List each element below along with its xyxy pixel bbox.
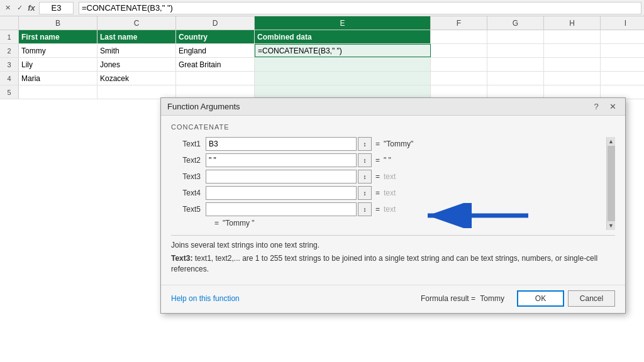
dialog-title: Function Arguments [167,102,240,111]
dialog-content: Text1 ↕ = "Tommy" Text2 ↕ = " " Text3 [171,137,615,230]
cell-d3[interactable]: Great Britain [176,58,255,71]
cell-g2[interactable] [487,44,544,57]
cell-e4[interactable] [255,72,431,85]
col-header-e[interactable]: E [255,16,431,30]
col-header-d[interactable]: D [176,16,255,30]
cell-f3[interactable] [431,58,487,71]
arg-expand-text4[interactable]: ↕ [358,186,372,200]
grid-row-2: 2 Tommy Smith England =CONCATENATE(B3," … [0,44,644,58]
cancel-button[interactable]: Cancel [568,290,615,307]
row-header-1: 1 [0,30,19,43]
cell-g5[interactable] [487,85,544,99]
col-header-g[interactable]: G [487,16,544,30]
cell-h4[interactable] [544,72,601,85]
fx-icon[interactable]: fx [26,3,36,13]
grid-row-3: 3 Lily Jones Great Britain [0,58,644,72]
ok-button[interactable]: OK [517,290,564,307]
cell-e2[interactable]: =CONCATENATE(B3," ") [255,44,431,57]
arg-expand-text5[interactable]: ↕ [358,202,372,216]
dialog-titlebar: Function Arguments ? ✕ [161,98,625,116]
cell-f4[interactable] [431,72,487,85]
dialog-separator [171,235,615,236]
cell-i2[interactable] [601,44,644,57]
cell-g1[interactable] [487,30,544,43]
arg-input-text3[interactable] [206,170,357,184]
cell-c1[interactable]: Last name [97,30,176,43]
column-headers: B C D E F G H I [0,16,644,30]
function-arguments-dialog: Function Arguments ? ✕ CONCATENATE Text1… [160,97,626,314]
result-eq: = [214,219,219,228]
row-header-2: 2 [0,44,19,57]
cell-c5[interactable] [97,85,176,99]
cell-e3[interactable] [255,58,431,71]
arg-expand-text1[interactable]: ↕ [358,137,372,151]
col-header-h[interactable]: H [544,16,601,30]
arg-row-text5: Text5 ↕ = text [171,202,606,216]
cell-i4[interactable] [601,72,644,85]
cell-f2[interactable] [431,44,487,57]
scroll-down-arrow[interactable]: ▼ [608,222,614,229]
arg-expand-text3[interactable]: ↕ [358,170,372,184]
arg-row-text2: Text2 ↕ = " " [171,153,606,167]
cell-i5[interactable] [601,85,644,99]
arg-eq-text3: = [375,172,380,181]
cell-i1[interactable] [601,30,644,43]
cell-reference-box[interactable] [39,2,74,14]
cell-h5[interactable] [544,85,601,99]
help-text-content: text1, text2,... are 1 to 255 text strin… [171,254,597,273]
arg-row-text4: Text4 ↕ = text [171,186,606,200]
footer-right: Formula result = Tommy OK Cancel [421,290,615,307]
cell-f1[interactable] [431,30,487,43]
col-header-c[interactable]: C [97,16,176,30]
cell-b1[interactable]: First name [19,30,97,43]
dialog-args-section: Text1 ↕ = "Tommy" Text2 ↕ = " " Text3 [171,137,606,230]
arg-input-text5[interactable] [206,202,357,216]
arg-expand-text2[interactable]: ↕ [358,153,372,167]
cell-b4[interactable]: Maria [19,72,97,85]
dialog-footer: Help on this function Formula result = T… [161,285,625,313]
scroll-up-arrow[interactable]: ▲ [608,138,614,145]
arg-row-text1: Text1 ↕ = "Tommy" [171,137,606,151]
arg-eq-text1: = [375,140,380,148]
arg-label-text1: Text1 [171,140,206,148]
cell-h2[interactable] [544,44,601,57]
dialog-buttons: OK Cancel [517,290,615,307]
arg-input-text1[interactable] [206,137,357,151]
cell-g3[interactable] [487,58,544,71]
col-header-i[interactable]: I [601,16,644,30]
row-header-3: 3 [0,58,19,71]
arg-input-text4[interactable] [206,186,357,200]
confirm-icon[interactable]: ✓ [14,4,25,12]
formula-input[interactable] [79,2,641,14]
cell-c4[interactable]: Kozacek [97,72,176,85]
col-header-f[interactable]: F [431,16,487,30]
arg-input-text2[interactable] [206,153,357,167]
cancel-icon[interactable]: ✕ [3,4,13,12]
cell-b3[interactable]: Lily [19,58,97,71]
dialog-help-button[interactable]: ? [590,102,602,111]
cell-d1[interactable]: Country [176,30,255,43]
cell-b5[interactable] [19,85,97,99]
help-link[interactable]: Help on this function [171,294,240,303]
cell-i3[interactable] [601,58,644,71]
grid-row-4: 4 Maria Kozacek [0,72,644,85]
scroll-thumb[interactable] [608,146,615,221]
cell-d4[interactable] [176,72,255,85]
col-header-b[interactable]: B [19,16,97,30]
cell-c3[interactable]: Jones [97,58,176,71]
cell-c2[interactable]: Smith [97,44,176,57]
arg-val-text2: " " [384,156,391,165]
cell-d5[interactable] [176,85,255,99]
cell-f5[interactable] [431,85,487,99]
cell-e5[interactable] [255,85,431,99]
cell-h3[interactable] [544,58,601,71]
cell-h1[interactable] [544,30,601,43]
cell-e1[interactable]: Combined data [255,30,431,43]
cell-g4[interactable] [487,72,544,85]
result-value: "Tommy " [223,219,255,228]
cell-d2[interactable]: England [176,44,255,57]
arg-label-text3: Text3 [171,172,206,181]
dialog-close-button[interactable]: ✕ [606,102,619,111]
footer-left: Help on this function [171,293,240,303]
cell-b2[interactable]: Tommy [19,44,97,57]
